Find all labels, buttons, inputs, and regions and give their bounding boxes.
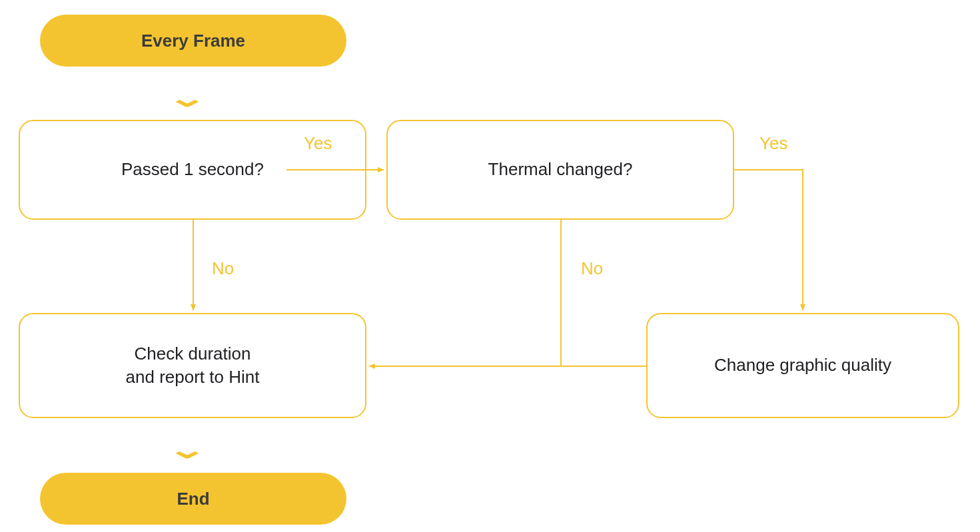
- terminal-start: Every Frame: [40, 15, 346, 67]
- terminal-end-label: End: [177, 489, 209, 509]
- flowchart-arrows: [0, 0, 980, 532]
- edge-label-d2-yes: Yes: [759, 133, 787, 154]
- flowchart-canvas: Every Frame ⌄ Passed 1 second? Thermal c…: [0, 0, 980, 532]
- edge-label-d2-no: No: [581, 258, 603, 279]
- process-check-duration-label: Check duration and report to Hint: [126, 342, 260, 389]
- process-change-graphic-quality-label: Change graphic quality: [714, 354, 891, 377]
- process-check-duration: Check duration and report to Hint: [19, 313, 366, 418]
- terminal-end: End: [40, 473, 346, 525]
- edge-label-d1-yes: Yes: [304, 133, 332, 154]
- decision-passed-1-second-label: Passed 1 second?: [121, 158, 264, 181]
- edge-label-d1-no: No: [212, 258, 234, 279]
- decision-thermal-changed: Thermal changed?: [386, 120, 734, 220]
- process-change-graphic-quality: Change graphic quality: [646, 313, 959, 418]
- decision-thermal-changed-label: Thermal changed?: [488, 158, 633, 181]
- chevron-down-icon: ⌄: [167, 83, 208, 112]
- chevron-down-icon: ⌄: [167, 435, 208, 463]
- terminal-start-label: Every Frame: [141, 31, 245, 51]
